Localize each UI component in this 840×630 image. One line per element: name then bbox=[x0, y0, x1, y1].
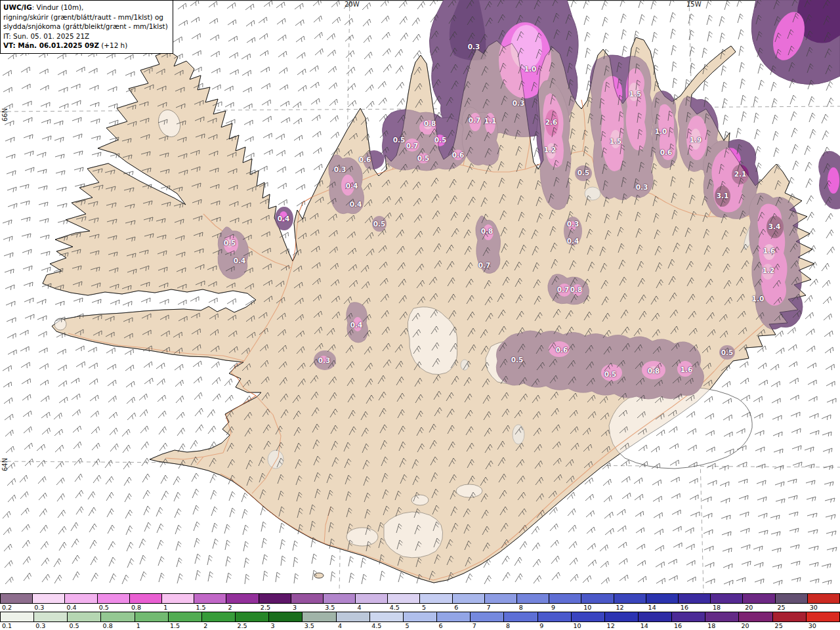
scale-tick-label: 1 bbox=[163, 604, 167, 612]
scale-tick-label: 25 bbox=[775, 622, 783, 630]
scale-segment bbox=[679, 594, 711, 603]
snow-scale-labels: 0.20.30.40.50.811.522.533.544.5567891012… bbox=[0, 604, 840, 612]
scale-segment bbox=[646, 594, 679, 603]
product-code: UWC/IG bbox=[3, 3, 32, 11]
scale-tick-label: 5 bbox=[422, 604, 426, 612]
scale-tick-label: 4.5 bbox=[371, 622, 381, 630]
scale-segment bbox=[1, 594, 33, 603]
scale-tick-label: 10 bbox=[583, 604, 591, 612]
scale-tick-label: 9 bbox=[539, 622, 543, 630]
rain-scale-bar bbox=[0, 612, 840, 622]
scale-segment bbox=[705, 612, 739, 621]
scale-segment bbox=[711, 594, 743, 603]
scale-tick-label: 18 bbox=[713, 604, 721, 612]
scale-segment bbox=[504, 612, 537, 621]
scale-tick-label: 8 bbox=[519, 604, 523, 612]
scale-tick-label: 6 bbox=[439, 622, 443, 630]
scale-segment bbox=[388, 594, 420, 603]
scale-segment bbox=[807, 612, 839, 621]
title-line-3: slydda/snjókoma (grátt/bleikt/grænt - mm… bbox=[3, 22, 168, 32]
scale-tick-label: 6 bbox=[454, 604, 458, 612]
scale-tick-label: 2 bbox=[228, 604, 232, 612]
title-line-1-rest: : Vindur (10m), bbox=[32, 3, 84, 11]
scale-segment bbox=[485, 594, 517, 603]
scale-segment bbox=[572, 612, 605, 621]
scale-tick-label: 1 bbox=[136, 622, 140, 630]
scale-tick-label: 16 bbox=[674, 622, 682, 630]
scale-segment bbox=[776, 594, 808, 603]
scale-segment bbox=[291, 594, 324, 603]
scale-segment bbox=[605, 612, 639, 621]
scale-tick-label: 7 bbox=[486, 604, 490, 612]
scale-tick-label: 14 bbox=[648, 604, 656, 612]
scale-tick-label: 2 bbox=[203, 622, 207, 630]
scale-tick-label: 12 bbox=[607, 622, 615, 630]
scale-segment bbox=[303, 612, 336, 621]
scale-tick-label: 30 bbox=[808, 622, 816, 630]
scale-tick-label: 16 bbox=[681, 604, 688, 612]
scale-tick-label: 0.8 bbox=[103, 622, 113, 630]
scale-segment bbox=[404, 612, 437, 621]
scale-tick-label: 3.5 bbox=[304, 622, 314, 630]
scale-segment bbox=[98, 594, 130, 603]
scale-segment bbox=[194, 594, 226, 603]
scale-segment bbox=[68, 612, 101, 621]
scale-tick-label: 3.5 bbox=[325, 604, 335, 612]
scale-segment bbox=[517, 594, 549, 603]
scale-segment bbox=[437, 612, 471, 621]
scale-tick-label: 3 bbox=[293, 604, 297, 612]
scale-segment bbox=[356, 594, 388, 603]
scale-tick-label: 20 bbox=[745, 604, 753, 612]
scale-tick-label: 10 bbox=[573, 622, 581, 630]
scale-segment bbox=[1, 612, 34, 621]
scale-tick-label: 8 bbox=[506, 622, 510, 630]
scale-segment bbox=[259, 594, 291, 603]
scale-tick-label: 0.3 bbox=[34, 604, 44, 612]
scale-segment bbox=[135, 612, 169, 621]
scale-segment bbox=[269, 612, 303, 621]
scale-tick-label: 12 bbox=[616, 604, 623, 612]
title-line-2: rigning/skúrir (grænt/blátt/rautt - mm/1… bbox=[3, 12, 168, 22]
scale-segment bbox=[162, 594, 194, 603]
scale-tick-label: 20 bbox=[741, 622, 749, 630]
scale-tick-label: 0.3 bbox=[35, 622, 45, 630]
scale-tick-label: 1.5 bbox=[196, 604, 205, 612]
scale-segment bbox=[639, 612, 672, 621]
valid-time-line: VT: Mán. 06.01.2025 09Z (+12 h) bbox=[3, 41, 168, 51]
scale-tick-label: 0.8 bbox=[131, 604, 141, 612]
scale-tick-label: 0.5 bbox=[99, 604, 109, 612]
weather-map bbox=[0, 0, 840, 593]
scale-segment bbox=[169, 612, 202, 621]
scale-segment bbox=[370, 612, 404, 621]
scale-segment bbox=[614, 594, 646, 603]
scale-segment bbox=[337, 612, 370, 621]
scale-segment bbox=[538, 612, 572, 621]
scale-tick-label: 25 bbox=[778, 604, 786, 612]
scale-segment bbox=[324, 594, 356, 603]
scale-segment bbox=[236, 612, 269, 621]
scale-segment bbox=[549, 594, 581, 603]
scale-tick-label: 2.5 bbox=[261, 604, 270, 612]
valid-time: VT: Mán. 06.01.2025 09Z bbox=[3, 41, 99, 49]
scale-segment bbox=[773, 612, 807, 621]
scale-tick-label: 0.5 bbox=[69, 622, 79, 630]
valid-time-offset: (+12 h) bbox=[99, 41, 127, 49]
scale-tick-label: 0.2 bbox=[2, 604, 12, 612]
scale-tick-label: 3 bbox=[271, 622, 275, 630]
scale-segment bbox=[33, 594, 65, 603]
scale-tick-label: 0.1 bbox=[2, 622, 12, 630]
scale-segment bbox=[420, 594, 452, 603]
scale-segment bbox=[808, 594, 839, 603]
title-box: UWC/IG: Vindur (10m), rigning/skúrir (gr… bbox=[0, 0, 173, 54]
scale-tick-label: 5 bbox=[405, 622, 409, 630]
scale-tick-label: 1.5 bbox=[170, 622, 180, 630]
scale-segment bbox=[34, 612, 68, 621]
scale-segment bbox=[672, 612, 705, 621]
scale-tick-label: 2.5 bbox=[237, 622, 247, 630]
snow-scale-bar bbox=[0, 593, 840, 604]
scale-segment bbox=[739, 612, 772, 621]
scale-tick-label: 4.5 bbox=[390, 604, 400, 612]
scale-tick-label: 4 bbox=[338, 622, 342, 630]
scale-tick-label: 7 bbox=[472, 622, 476, 630]
scale-tick-label: 14 bbox=[640, 622, 648, 630]
